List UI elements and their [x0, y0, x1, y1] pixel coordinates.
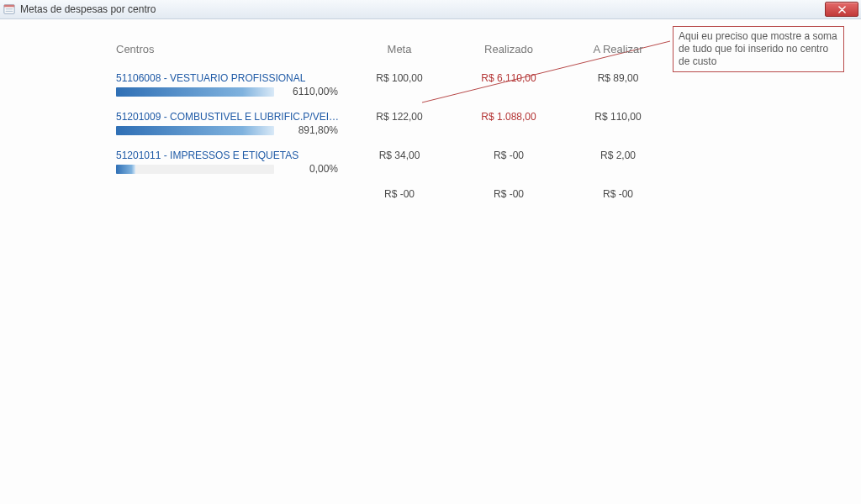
report-body: Aqui eu preciso que mostre a soma de tud…: [0, 19, 861, 504]
close-button[interactable]: [825, 2, 858, 17]
progress-fill: [116, 87, 274, 97]
row-name: 51106008 - VESTUARIO PROFISSIONAL: [109, 71, 345, 86]
cell-arealizar: R$ 2,00: [563, 148, 673, 163]
row-name: 51201011 - IMPRESSOS E ETIQUETAS: [109, 148, 345, 163]
cell-realizado: R$ 1.088,00: [454, 109, 563, 124]
progress-fill: [116, 165, 135, 174]
col-header-arealizar: A Realizar: [563, 43, 673, 71]
progress-pct: 6110,00%: [279, 86, 338, 97]
col-header-meta: Meta: [345, 43, 454, 71]
svg-rect-2: [6, 8, 13, 9]
annotation-text: Aqui eu preciso que mostre a soma de tud…: [679, 30, 837, 67]
total-arealizar: R$ -00: [563, 186, 673, 202]
cell-arealizar: R$ 110,00: [563, 109, 673, 124]
progress-track: [116, 165, 274, 174]
cell-meta: R$ 122,00: [345, 109, 454, 124]
report-grid: Centros Meta Realizado A Realizar 511060…: [109, 43, 698, 202]
progress-wrap: 6110,00%: [109, 86, 345, 109]
progress-fill: [116, 126, 274, 135]
window-title: Metas de despesas por centro: [20, 3, 156, 15]
cell-arealizar: R$ 89,00: [563, 71, 673, 86]
title-bar: Metas de despesas por centro: [0, 0, 861, 19]
progress-pct: 891,80%: [279, 124, 338, 136]
cell-realizado: R$ 6.110,00: [454, 71, 563, 86]
form-icon: [3, 3, 15, 15]
svg-rect-1: [4, 5, 14, 8]
col-header-centros: Centros: [109, 43, 345, 71]
annotation-box: Aqui eu preciso que mostre a soma de tud…: [673, 26, 844, 72]
row-name: 51201009 - COMBUSTIVEL E LUBRIFIC.P/VEIC…: [109, 109, 345, 124]
total-realizado: R$ -00: [454, 186, 563, 202]
progress-pct: 0,00%: [279, 163, 338, 175]
progress-wrap: 0,00%: [109, 163, 345, 186]
svg-rect-3: [6, 11, 13, 12]
total-meta: R$ -00: [345, 186, 454, 202]
cell-meta: R$ 34,00: [345, 148, 454, 163]
progress-track: [116, 126, 274, 135]
progress-wrap: 891,80%: [109, 124, 345, 148]
app-window: Metas de despesas por centro Aqui eu pre…: [0, 0, 861, 504]
cell-realizado: R$ -00: [454, 148, 563, 163]
progress-track: [116, 87, 274, 97]
col-header-realizado: Realizado: [454, 43, 563, 71]
cell-meta: R$ 100,00: [345, 71, 454, 86]
